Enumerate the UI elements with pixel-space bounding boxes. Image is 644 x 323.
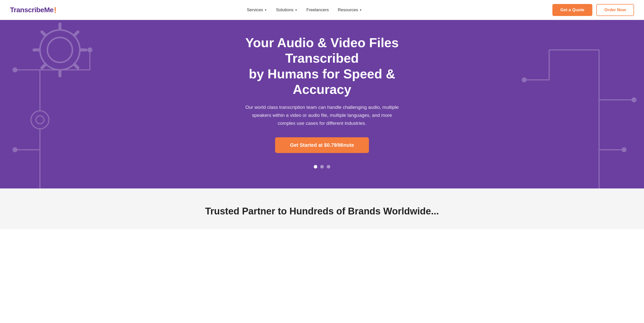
nav-item-freelancers[interactable]: Freelancers <box>306 8 329 12</box>
nav-link-resources[interactable]: Resources ▼ <box>338 8 362 12</box>
nav-item-resources[interactable]: Resources ▼ <box>338 8 362 12</box>
svg-point-31 <box>622 147 626 152</box>
trusted-heading: Trusted Partner to Hundreds of Brands Wo… <box>10 206 634 217</box>
chevron-down-icon: ▼ <box>360 8 362 12</box>
hero-section: Your Audio & Video Files Transcribed by … <box>0 20 644 188</box>
logo-text: TranscribeMe <box>10 6 54 14</box>
chevron-down-icon: ▼ <box>295 8 298 12</box>
svg-line-23 <box>74 32 78 36</box>
hero-headline: Your Audio & Video Files Transcribed by … <box>220 35 424 97</box>
nav-buttons: Get a Quote Order Now <box>552 4 634 16</box>
svg-point-16 <box>48 38 72 62</box>
svg-point-15 <box>40 30 80 70</box>
slider-dot-1[interactable] <box>314 165 317 168</box>
hero-subtext: Our world class transcription team can h… <box>244 103 400 128</box>
nav-links: Services ▼ Solutions ▼ Freelancers Resou… <box>247 8 362 12</box>
svg-point-7 <box>12 147 18 152</box>
svg-line-21 <box>42 32 46 36</box>
get-quote-button[interactable]: Get a Quote <box>552 4 592 16</box>
logo-exclaim: ! <box>54 6 57 14</box>
nav-link-solutions[interactable]: Solutions ▼ <box>276 8 298 12</box>
navbar: TranscribeMe! Services ▼ Solutions ▼ Fre… <box>0 0 644 20</box>
chevron-down-icon: ▼ <box>264 8 267 12</box>
svg-point-12 <box>87 48 92 52</box>
svg-point-0 <box>31 111 49 129</box>
svg-line-24 <box>42 64 46 68</box>
order-now-button[interactable]: Order Now <box>596 4 634 16</box>
nav-link-freelancers[interactable]: Freelancers <box>306 8 329 12</box>
slider-dots <box>314 165 330 168</box>
nav-item-services[interactable]: Services ▼ <box>247 8 267 12</box>
slider-dot-3[interactable] <box>327 165 330 168</box>
logo[interactable]: TranscribeMe! <box>10 6 56 14</box>
nav-item-solutions[interactable]: Solutions ▼ <box>276 8 298 12</box>
svg-line-22 <box>74 64 78 68</box>
hero-cta-button[interactable]: Get Started at $0.79/Minute <box>275 137 369 153</box>
svg-point-39 <box>522 78 527 82</box>
svg-point-14 <box>12 68 18 72</box>
svg-point-28 <box>632 97 636 102</box>
nav-link-services[interactable]: Services ▼ <box>247 8 267 12</box>
slider-dot-2[interactable] <box>320 165 324 168</box>
svg-point-1 <box>36 116 44 124</box>
trusted-section: Trusted Partner to Hundreds of Brands Wo… <box>0 188 644 229</box>
